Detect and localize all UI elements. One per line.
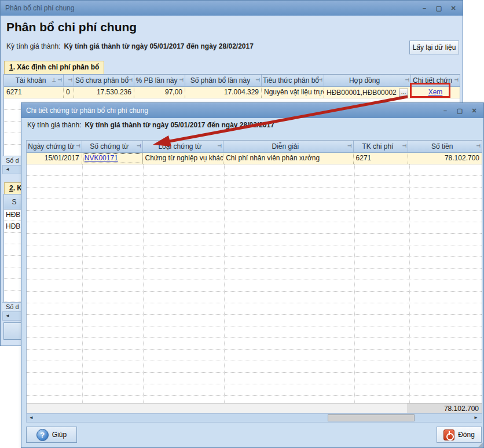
cell-amount[interactable]: 78.102.700 <box>408 153 482 164</box>
maximize-icon[interactable]: ▢ <box>455 107 464 115</box>
tab1-number: 1 <box>9 63 13 71</box>
cell-percent[interactable]: 97,00 <box>134 87 185 98</box>
scroll-left-icon[interactable]: ◄ <box>27 414 36 422</box>
scrollbar-thumb[interactable] <box>328 414 415 421</box>
cell-description[interactable]: Chi phí nhân viên phân xưởng <box>223 153 353 164</box>
summary-spacer <box>27 403 408 414</box>
empty-row <box>27 211 482 222</box>
pin-icon[interactable]: ⊣ <box>255 77 260 83</box>
cell-expense-account[interactable]: 6271 <box>354 153 409 164</box>
pin-icon[interactable]: ⊥ <box>52 77 56 83</box>
help-icon: ? <box>36 429 49 441</box>
scroll-left-icon[interactable]: ◄ <box>3 166 12 174</box>
cell-hidden[interactable]: 0 <box>64 87 74 98</box>
empty-row <box>27 280 482 292</box>
cell-account[interactable]: 6271 <box>4 87 64 98</box>
col-so-phan-bo-lan-nay[interactable]: Số phân bổ lần này⊣ <box>185 75 262 86</box>
empty-row <box>27 188 482 199</box>
total-amount: 78.102.700 <box>408 403 482 414</box>
cell-contracts[interactable]: HĐB00001,HĐB00002 … <box>324 87 411 98</box>
empty-row <box>27 164 482 176</box>
period-label: Kỳ tính giá thành: <box>6 42 60 50</box>
col-chi-tiet[interactable]: Chi tiết chứn⊣ <box>411 75 460 86</box>
resize-grip-icon[interactable]: ◢ <box>478 441 483 447</box>
empty-row <box>27 373 482 384</box>
empty-row <box>27 199 482 211</box>
scroll-left-icon[interactable]: ◄ <box>3 312 12 320</box>
column-separator <box>409 164 410 403</box>
power-icon <box>443 429 454 440</box>
cell-allocated[interactable]: 17.004.329 <box>185 87 262 98</box>
tab2-number: 2 <box>9 184 13 192</box>
cell-date[interactable]: 15/01/2017 <box>27 153 82 164</box>
col-hop-dong[interactable]: Hợp đồng⊣ <box>324 75 411 86</box>
period-line: Kỳ tính giá thành:Kỳ tính giá thành từ n… <box>27 121 274 129</box>
tab-define-allocation-cost[interactable]: 1. Xác định chi phí phân bổ <box>4 61 104 74</box>
pin-icon[interactable]: ⊣ <box>454 77 459 83</box>
empty-row <box>27 384 482 396</box>
column-separator <box>82 164 83 403</box>
col-loai-chung-tu[interactable]: Loại chứng từ⊣ <box>143 141 224 152</box>
pin-icon[interactable]: ⊣ <box>137 143 141 149</box>
pin-icon[interactable]: ⊣ <box>68 77 72 83</box>
col-pb-lan-nay[interactable]: % PB lần này⊣ <box>134 75 185 86</box>
reload-data-button[interactable]: Lấy lại dữ liệu <box>409 41 459 54</box>
pin-icon[interactable]: ⊣ <box>347 143 352 149</box>
help-button[interactable]: ? Giúp <box>26 427 77 443</box>
pin-icon[interactable]: ⊣ <box>128 77 133 83</box>
empty-row <box>27 176 482 188</box>
col-so-chua-phan-bo[interactable]: Số chưa phân bổ⊣ <box>74 75 134 86</box>
pin-icon[interactable]: ⊣ <box>318 77 322 83</box>
col-so-tien[interactable]: Số tiền⊣ <box>408 141 482 152</box>
tab1-label: . Xác định chi phí phân bổ <box>13 63 100 71</box>
empty-row <box>27 292 482 303</box>
voucher-detail-dialog: Chi tiết chứng từ phân bổ chi phí chung … <box>21 102 484 448</box>
col-ngay-chung-tu[interactable]: Ngày chứng từ⊣ <box>27 141 82 152</box>
horizontal-scrollbar[interactable]: ◄ ► <box>26 413 482 423</box>
dialog-title: Chi tiết chứng từ phân bổ chi phí chung <box>26 107 441 115</box>
cell-voucher-type[interactable]: Chứng từ nghiệp vụ khác <box>143 153 224 164</box>
view-link[interactable]: Xem <box>428 88 443 96</box>
close-icon[interactable]: ✕ <box>470 107 479 115</box>
voucher-link[interactable]: NVK00171 <box>85 154 118 162</box>
cell-criteria[interactable]: Nguyên vật liệu trực ti <box>262 87 324 98</box>
empty-row <box>27 269 482 280</box>
cell-unallocated[interactable]: 17.530.236 <box>74 87 134 98</box>
maximize-icon[interactable]: ▢ <box>434 4 443 13</box>
minimize-icon[interactable]: – <box>420 4 429 13</box>
pin-icon[interactable]: ⊣ <box>476 143 481 149</box>
pin-icon[interactable]: ⊣ <box>76 143 80 149</box>
pin-icon[interactable]: ⊣ <box>57 77 62 83</box>
col-tieu-thuc[interactable]: Tiêu thức phân bổ⊣ <box>262 75 324 86</box>
pin-icon[interactable]: ⊣ <box>179 77 184 83</box>
close-icon[interactable]: ✕ <box>449 4 458 13</box>
col-dien-giai[interactable]: Diễn giải⊣ <box>223 141 353 152</box>
empty-row <box>27 315 482 326</box>
empty-row <box>27 257 482 269</box>
empty-row <box>27 303 482 315</box>
close-button-label: Đóng <box>458 431 475 439</box>
period-value: Kỳ tính giá thành từ ngày 05/01/2017 đến… <box>85 121 274 129</box>
empty-row <box>27 326 482 338</box>
col-so-chung-tu[interactable]: Số chứng từ⊣ <box>82 141 143 152</box>
close-button[interactable]: Đóng <box>437 427 482 443</box>
period-value: Kỳ tính giá thành từ ngày 05/01/2017 đến… <box>64 42 254 50</box>
allocation-table-header: Tài khoản⊥⊣ ⊣ Số chưa phân bổ⊣ % PB lần … <box>4 75 460 87</box>
pin-icon[interactable]: ⊣ <box>217 143 222 149</box>
summary-row: 78.102.700 <box>27 403 482 414</box>
minimize-icon[interactable]: – <box>441 107 450 115</box>
period-line: Kỳ tính giá thành:Kỳ tính giá thành từ n… <box>6 42 254 50</box>
ellipsis-button[interactable]: … <box>399 89 408 97</box>
cell-detail[interactable]: Xem <box>411 87 460 98</box>
scroll-right-icon[interactable]: ► <box>471 414 481 422</box>
cell-voucher-no[interactable]: NVK00171 <box>82 153 143 164</box>
pin-icon[interactable]: ⊣ <box>402 143 406 149</box>
col-tk-chi-phi[interactable]: TK chi phí⊣ <box>354 141 409 152</box>
col-hidden[interactable]: ⊣ <box>64 75 74 86</box>
pin-icon[interactable]: ⊣ <box>405 77 409 83</box>
period-label: Kỳ tính giá thành: <box>27 121 81 129</box>
page-title: Phân bổ chi phí chung <box>6 20 137 34</box>
col-tai-khoan[interactable]: Tài khoản⊥⊣ <box>4 75 64 86</box>
table-row: 6271 0 17.530.236 97,00 17.004.329 Nguyê… <box>4 87 460 98</box>
empty-row <box>27 222 482 234</box>
